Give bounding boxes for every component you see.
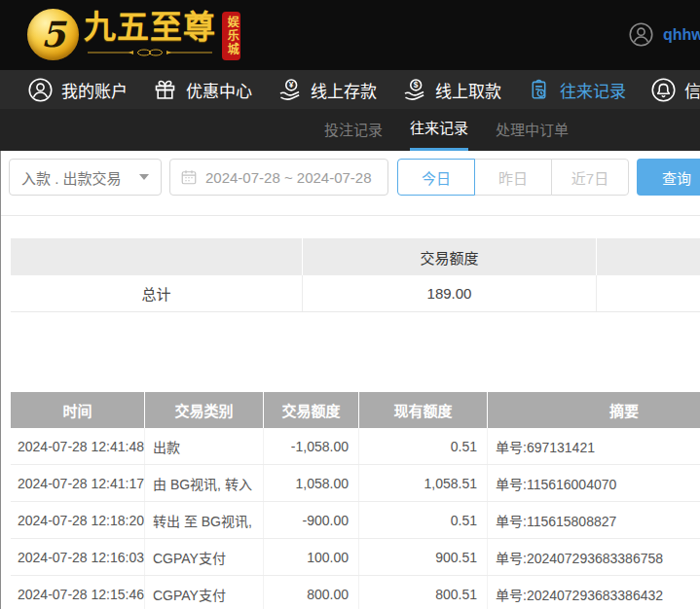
quick-range-group: 今日 昨日 近7日 <box>397 159 629 196</box>
col-type: 交易类别 <box>145 392 264 428</box>
cell-amount: 1,058.00 <box>264 465 359 501</box>
cell-time: 2024-07-28 12:16:03 <box>11 539 145 575</box>
transactions-table: 时间 交易类别 交易额度 现有额度 摘要 2024-07-28 12:41:48… <box>11 392 700 609</box>
col-time: 时间 <box>11 392 145 428</box>
cell-balance: 0.51 <box>359 502 488 538</box>
cell-note: 单号:115615808827 <box>488 502 700 538</box>
last-7-days-button[interactable]: 近7日 <box>551 159 629 196</box>
nav-item-messages[interactable]: 信息中心 <box>650 77 700 103</box>
sub-nav: 投注记录 往来记录 处理中订单 <box>0 109 700 151</box>
user-icon <box>27 77 54 103</box>
nav-item-promotions[interactable]: 优惠中心 <box>152 77 252 103</box>
summary-header-row: 交易额度 <box>11 238 700 275</box>
cell-note: 单号:697131421 <box>488 428 700 464</box>
cell-balance: 0.51 <box>359 428 488 464</box>
cell-note: 单号:115616004070 <box>488 465 700 501</box>
user-avatar-icon <box>628 21 654 48</box>
transaction-type-select[interactable]: 入款 . 出款交易 <box>9 159 162 196</box>
nav-label: 线上存款 <box>311 78 377 102</box>
user-account[interactable]: qhhw2 <box>628 21 700 48</box>
gift-icon <box>152 77 178 103</box>
logo-coin-icon: 5 <box>27 9 79 60</box>
tab-betting-records[interactable]: 投注记录 <box>324 109 383 151</box>
cell-note: 单号:202407293683386758 <box>488 539 700 575</box>
cell-time: 2024-07-28 12:41:17 <box>11 465 145 501</box>
cell-amount: 800.00 <box>264 576 359 609</box>
main-nav: 我的账户 优惠中心 ¥ 线上存款 $ <box>0 70 700 109</box>
nav-item-withdraw[interactable]: $ 线上取款 <box>401 77 501 103</box>
summary-header-amount: 交易额度 <box>303 238 597 275</box>
logo-text: 九五至尊 <box>84 7 216 57</box>
nav-item-my-account[interactable]: 我的账户 <box>27 77 128 103</box>
cell-time: 2024-07-28 12:41:48 <box>11 428 145 464</box>
summary-total-label: 总计 <box>11 275 303 311</box>
nav-label: 线上取款 <box>435 78 501 102</box>
date-range-value: 2024-07-28 ~ 2024-07-28 <box>205 169 372 186</box>
col-note: 摘要 <box>488 392 700 428</box>
cell-type: 转出 至 BG视讯, <box>145 502 264 538</box>
logo-badge: 娱乐城 <box>222 12 240 60</box>
summary-total-value: 189.00 <box>303 275 597 311</box>
cell-type: 出款 <box>145 428 264 464</box>
tab-transaction-records[interactable]: 往来记录 <box>410 109 468 151</box>
cell-balance: 1,058.51 <box>359 465 488 501</box>
nav-label: 往来记录 <box>560 78 626 102</box>
nav-item-deposit[interactable]: ¥ 线上存款 <box>276 77 377 103</box>
site-logo[interactable]: 5 九五至尊 娱乐城 <box>27 7 240 60</box>
logo-monogram: 5 <box>41 17 65 52</box>
col-balance: 现有额度 <box>359 392 488 428</box>
search-button[interactable]: 查询 <box>637 159 700 196</box>
cell-amount: -900.00 <box>264 502 359 538</box>
summary-header-cell <box>597 238 700 275</box>
top-header: 5 九五至尊 娱乐城 qhhw2 <box>0 0 700 70</box>
summary-empty-cell <box>597 275 700 311</box>
table-row: 2024-07-28 12:41:48 出款 -1,058.00 0.51 单号… <box>11 428 700 465</box>
svg-text:¥: ¥ <box>289 80 294 90</box>
yesterday-button[interactable]: 昨日 <box>474 159 552 196</box>
logo-title: 九五至尊 <box>84 7 216 48</box>
svg-text:$: $ <box>414 80 419 90</box>
chevron-down-icon <box>139 174 149 180</box>
nav-label: 我的账户 <box>61 78 128 102</box>
cell-amount: -1,058.00 <box>264 428 359 464</box>
date-range-input[interactable]: 2024-07-28 ~ 2024-07-28 <box>169 159 388 196</box>
withdraw-icon: $ <box>401 77 427 103</box>
nav-item-transaction-records[interactable]: 往来记录 <box>526 77 626 103</box>
username: qhhw2 <box>663 26 700 44</box>
cell-balance: 900.51 <box>359 539 488 575</box>
summary-table: 交易额度 总计 189.00 <box>11 238 700 312</box>
table-row: 2024-07-28 12:16:03 CGPAY支付 100.00 900.5… <box>11 539 700 576</box>
table-row: 2024-07-28 12:18:20 转出 至 BG视讯, -900.00 0… <box>11 502 700 539</box>
page: 5 九五至尊 娱乐城 qhhw2 <box>0 0 700 609</box>
content-area: 入款 . 出款交易 2024-07-28 ~ 2024-07-28 今日 昨日 … <box>0 151 700 609</box>
table-row: 2024-07-28 12:41:17 由 BG视讯, 转入 1,058.00 … <box>11 465 700 502</box>
summary-total-row: 总计 189.00 <box>11 275 700 312</box>
cell-type: 由 BG视讯, 转入 <box>145 465 264 501</box>
bell-icon <box>650 77 677 103</box>
cell-time: 2024-07-28 12:15:46 <box>11 576 145 609</box>
records-icon <box>526 77 552 103</box>
table-row: 2024-07-28 12:15:46 CGPAY支付 800.00 800.5… <box>11 576 700 609</box>
tab-pending-orders[interactable]: 处理中订单 <box>496 109 569 151</box>
nav-label: 信息中心 <box>684 78 700 102</box>
summary-header-cell <box>11 238 303 275</box>
nav-label: 优惠中心 <box>186 78 252 102</box>
transaction-type-value: 入款 . 出款交易 <box>21 167 122 188</box>
table-header-row: 时间 交易类别 交易额度 现有额度 摘要 <box>11 392 700 428</box>
logo-flourish-icon <box>86 48 214 57</box>
cell-balance: 800.51 <box>359 576 488 609</box>
cell-note: 单号:202407293683386432 <box>488 576 700 609</box>
deposit-icon: ¥ <box>276 77 303 103</box>
today-button[interactable]: 今日 <box>397 159 475 196</box>
cell-type: CGPAY支付 <box>145 576 264 609</box>
cell-type: CGPAY支付 <box>145 539 264 575</box>
col-amount: 交易额度 <box>264 392 359 428</box>
cell-amount: 100.00 <box>264 539 359 575</box>
filter-bar: 入款 . 出款交易 2024-07-28 ~ 2024-07-28 今日 昨日 … <box>1 151 700 216</box>
cell-time: 2024-07-28 12:18:20 <box>11 502 145 538</box>
calendar-icon <box>180 168 198 186</box>
